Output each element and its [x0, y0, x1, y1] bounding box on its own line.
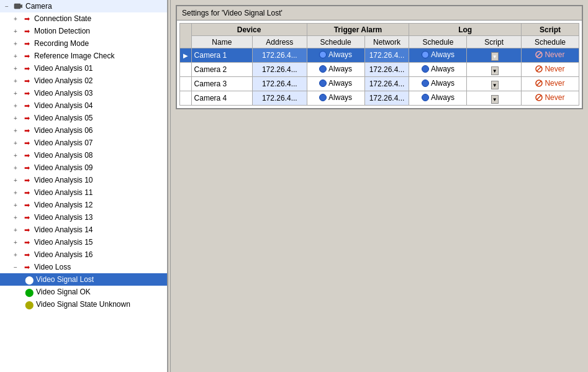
script-schedule-cell[interactable]: Never — [521, 48, 579, 63]
sidebar-item-va03[interactable]: + ➡ Video Analysis 03 — [0, 87, 167, 99]
sidebar-video-signal-state-unknown-label: Video Signal State Unknown — [36, 300, 130, 309]
col-schedule-log: Schedule — [409, 36, 467, 48]
sidebar-item-va15[interactable]: + ➡ Video Analysis 15 — [0, 236, 167, 248]
sidebar-va08-label: Video Analysis 08 — [34, 151, 93, 160]
trigger-alarm-header: Trigger Alarm — [307, 24, 409, 36]
expand-plus-icon-va10: + — [11, 176, 20, 184]
script-name-cell[interactable]: ▼ — [467, 91, 522, 106]
arrow-icon-va03: ➡ — [21, 89, 32, 98]
content-area: Settings for 'Video Signal Lost' Device … — [171, 0, 588, 372]
trigger-schedule-cell[interactable]: Always — [307, 91, 364, 106]
script-schedule-cell[interactable]: Never — [521, 91, 579, 106]
camera-icon — [12, 2, 24, 11]
script-schedule-cell[interactable]: Never — [521, 77, 579, 91]
sidebar-item-reference-image-check[interactable]: + ➡ Reference Image Check — [0, 50, 167, 62]
expand-plus-icon-va04: + — [11, 101, 20, 110]
trigger-schedule-cell[interactable]: Always — [307, 63, 364, 77]
row-pointer-cell — [180, 77, 192, 91]
arrow-icon-vl: ➡ — [21, 263, 32, 271]
script-dropdown: ▼ — [490, 81, 499, 89]
sidebar-item-va07[interactable]: + ➡ Video Analysis 07 — [0, 137, 167, 149]
log-schedule-cell[interactable]: Always — [409, 91, 467, 106]
expand-plus-icon-va01: + — [11, 64, 20, 73]
log-schedule-cell[interactable]: Always — [409, 63, 467, 77]
sidebar-va07-label: Video Analysis 07 — [34, 138, 93, 147]
network-address-cell: 172.26.4... — [364, 63, 409, 77]
sidebar-item-va06[interactable]: + ➡ Video Analysis 06 — [0, 124, 167, 137]
arrow-icon-va13: ➡ — [21, 213, 32, 222]
col-script-name: Script — [467, 36, 522, 48]
trigger-schedule-cell[interactable]: Always — [307, 77, 364, 91]
sidebar-item-va08[interactable]: + ➡ Video Analysis 08 — [0, 149, 167, 161]
script-dropdown-btn[interactable]: ▼ — [491, 52, 499, 61]
svg-line-5 — [536, 66, 541, 71]
sidebar-reference-image-check-label: Reference Image Check — [34, 52, 114, 60]
table-row[interactable]: Camera 2 172.26.4... Always 172.26.4... … — [180, 63, 579, 77]
camera-address-cell: 172.26.4... — [253, 63, 307, 77]
settings-table-container: Device Trigger Alarm Log Script Name Add… — [177, 20, 582, 108]
script-dropdown-btn[interactable]: ▼ — [491, 66, 499, 75]
script-name-cell[interactable]: ▼ — [467, 48, 522, 63]
svg-marker-1 — [20, 4, 22, 8]
log-always-value: Always — [422, 93, 455, 102]
sidebar-item-va04[interactable]: + ➡ Video Analysis 04 — [0, 99, 167, 112]
camera-address-cell: 172.26.4... — [253, 91, 307, 106]
sidebar-va06-label: Video Analysis 06 — [34, 126, 93, 135]
log-schedule-cell[interactable]: Always — [409, 77, 467, 91]
sidebar-item-va12[interactable]: + ➡ Video Analysis 12 — [0, 199, 167, 211]
script-dropdown-btn[interactable]: ▼ — [491, 95, 499, 104]
trigger-schedule-cell[interactable]: Always — [307, 48, 364, 63]
sidebar-item-video-loss[interactable]: − ➡ Video Loss — [0, 261, 167, 273]
sidebar-item-va11[interactable]: + ➡ Video Analysis 11 — [0, 186, 167, 199]
sidebar-item-va14[interactable]: + ➡ Video Analysis 14 — [0, 224, 167, 236]
log-schedule-cell[interactable]: Always — [409, 48, 467, 63]
sidebar-va09-label: Video Analysis 09 — [34, 163, 93, 172]
sidebar-item-va01[interactable]: + ➡ Video Analysis 01 — [0, 62, 167, 75]
arrow-icon-va08: ➡ — [21, 151, 32, 160]
sidebar-item-video-signal-state-unknown[interactable]: ⬤ Video Signal State Unknown — [0, 298, 167, 311]
row-pointer-cell — [180, 63, 192, 77]
sidebar-item-va02[interactable]: + ➡ Video Analysis 02 — [0, 75, 167, 87]
sidebar-item-camera[interactable]: − Camera — [0, 0, 167, 12]
expand-minus-icon-vl: − — [11, 263, 20, 271]
sidebar-va11-label: Video Analysis 11 — [34, 188, 93, 197]
expand-plus-icon-va11: + — [11, 188, 20, 197]
sidebar-va15-label: Video Analysis 15 — [34, 238, 93, 247]
table-row[interactable]: Camera 4 172.26.4... Always 172.26.4... … — [180, 91, 579, 106]
trigger-always-value: Always — [319, 79, 352, 88]
table-row[interactable]: ▶ Camera 1 172.26.4... Always 172.26.4..… — [180, 48, 579, 63]
script-name-cell[interactable]: ▼ — [467, 77, 522, 91]
network-address-cell: 172.26.4... — [364, 77, 409, 91]
script-name-cell[interactable]: ▼ — [467, 63, 522, 77]
arrow-icon-va14: ➡ — [21, 225, 32, 234]
sidebar-item-va10[interactable]: + ➡ Video Analysis 10 — [0, 174, 167, 186]
sidebar-item-recording-mode[interactable]: + ➡ Recording Mode — [0, 37, 167, 50]
script-schedule-cell[interactable]: Never — [521, 63, 579, 77]
sidebar-item-video-signal-ok[interactable]: ⬤ Video Signal OK — [0, 286, 167, 298]
arrow-icon-md: ➡ — [21, 27, 32, 35]
sidebar-va01-label: Video Analysis 01 — [34, 64, 93, 73]
sidebar-item-va16[interactable]: + ➡ Video Analysis 16 — [0, 248, 167, 261]
col-network-header: Network — [364, 36, 409, 48]
never-value: Never — [535, 79, 564, 88]
sidebar-item-va13[interactable]: + ➡ Video Analysis 13 — [0, 211, 167, 224]
script-dropdown-btn[interactable]: ▼ — [491, 81, 499, 89]
svg-line-9 — [536, 95, 541, 100]
row-indicator-header — [180, 24, 192, 48]
camera-address-cell: 172.26.4... — [253, 77, 307, 91]
network-address-cell: 172.26.4... — [364, 48, 409, 63]
expand-plus-icon-va12: + — [11, 201, 20, 209]
traffic-light-icon-vsok: ⬤ — [25, 288, 34, 297]
sidebar-item-connection-state[interactable]: + ➡ Connection State — [0, 12, 167, 25]
sidebar-item-va09[interactable]: + ➡ Video Analysis 09 — [0, 161, 167, 174]
table-row[interactable]: Camera 3 172.26.4... Always 172.26.4... … — [180, 77, 579, 91]
col-schedule-trigger: Schedule — [307, 36, 364, 48]
expand-plus-icon-va07: + — [11, 138, 20, 147]
sidebar-item-motion-detection[interactable]: + ➡ Motion Detection — [0, 25, 167, 37]
sidebar-connection-state-label: Connection State — [34, 14, 91, 23]
camera-address-cell: 172.26.4... — [253, 48, 307, 63]
sidebar-recording-mode-label: Recording Mode — [34, 39, 89, 48]
log-header: Log — [409, 24, 522, 36]
sidebar-item-video-signal-lost[interactable]: ⬤ Video Signal Lost — [0, 273, 167, 286]
sidebar-item-va05[interactable]: + ➡ Video Analysis 05 — [0, 112, 167, 124]
